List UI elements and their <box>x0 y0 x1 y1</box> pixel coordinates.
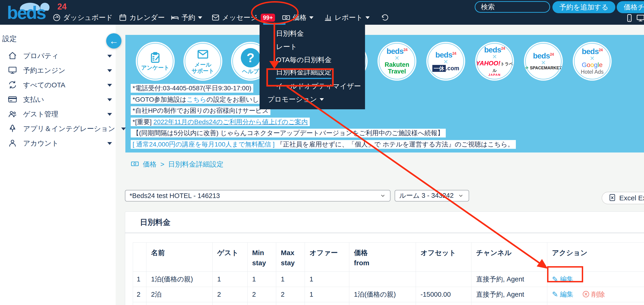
cell-channel: 直接予約, Agent <box>472 272 547 287</box>
cell-max-stay: 2 <box>276 287 305 302</box>
nav-item-2[interactable]: 予約 <box>171 13 202 22</box>
price-menu-item-0[interactable]: 日別料金 <box>260 27 365 40</box>
partner-circle-2[interactable]: beds24✕YAHOO!トラベルJAPAN <box>475 42 514 81</box>
sidebar-item-label: アカウント <box>23 139 59 148</box>
search-input[interactable] <box>475 1 550 13</box>
sidebar-item-0[interactable]: プロパティ <box>0 49 116 63</box>
delete-label: 削除 <box>592 290 605 299</box>
caret-down-icon <box>198 16 202 19</box>
sidebar-item-1[interactable]: 予約エンジン <box>0 63 116 78</box>
support-circle-label: ヘルプ <box>242 68 259 75</box>
notice-text: の設定をお願いしま <box>206 96 266 103</box>
sidebar-item-label: 予約エンジン <box>23 66 66 75</box>
caret-down-icon <box>366 16 370 19</box>
cell-min-stay: 3 <box>248 302 276 305</box>
rocket-icon <box>8 124 17 134</box>
partner-circle-3[interactable]: beds24✕❖ SPACEMARKET <box>524 42 563 81</box>
notice-text: 【(同期間隔は5分以内に改善) じゃらんコネクターアップデートバージョンをご利用… <box>132 129 444 137</box>
sidebar-items: プロパティ予約エンジンすべてのOTA支払いゲスト管理アプリ＆インテグレーションア… <box>0 49 116 151</box>
nav-item-label: カレンダー <box>129 13 165 22</box>
sidebar-item-label: アプリ＆インテグレーション <box>23 124 115 134</box>
cell-actions: ✎編集 <box>547 272 644 287</box>
cell-actions: ✎編集削除 <box>547 302 644 305</box>
nav-item-0[interactable]: ダッシュボード <box>52 13 113 22</box>
price-menu-item-3[interactable]: 日別料金詳細設定 <box>260 66 365 80</box>
caret-down-icon <box>107 142 112 145</box>
cell-actions: ✎編集削除 <box>547 287 644 302</box>
menu-item-label: プロモーション <box>268 95 317 104</box>
notice-line-4: 【(同期間隔は5分以内に改善) じゃらんコネクターアップデートバージョンをご利用… <box>131 129 446 137</box>
breadcrumb-section[interactable]: 価格 <box>143 160 156 169</box>
cell-offset <box>416 272 472 287</box>
sidebar-item-3[interactable]: 支払い <box>0 92 116 107</box>
sidebar-item-4[interactable]: ゲスト管理 <box>0 107 116 122</box>
table-row-1: 22泊22211泊(価格の親)-15000.00直接予約, Agent✎編集削除 <box>133 287 644 302</box>
nav-item-4[interactable]: 価格 <box>282 13 314 22</box>
cell-max-stay: 3 <box>276 302 305 305</box>
sidebar-title: 設定 <box>2 34 116 44</box>
delete-circle-icon <box>582 290 590 299</box>
desktop-view-icon[interactable] <box>636 13 644 23</box>
sidebar-item-label: ゲスト管理 <box>23 109 58 119</box>
notice-text[interactable]: こちら <box>187 96 206 103</box>
caret-down-icon <box>320 98 324 101</box>
delete-button[interactable]: 削除 <box>582 290 605 299</box>
notice-text[interactable]: [ 通常24,000円の講座を毎月100人まで無料配信 ] <box>132 141 276 148</box>
cell-price-from: 1泊(価格の親) <box>349 302 416 305</box>
beds24-mini-logo: beds24 <box>435 51 456 59</box>
excel-file-icon <box>608 193 616 203</box>
column-header-2: ゲスト <box>212 243 248 272</box>
notice-line-5: [ 通常24,000円の講座を毎月100人まで無料配信 ] 『正社員を雇用せずに… <box>131 140 516 149</box>
notice-text: *[重要] <box>132 118 153 125</box>
price-menu-item-2[interactable]: OTA毎の日別料金 <box>260 53 365 66</box>
room-select-value: ルーム 3 - 343242 <box>399 191 454 200</box>
price-menu-item-5[interactable]: プロモーション <box>260 93 365 106</box>
beds24-app: beds 24 ダッシュボードカレンダー予約メッセージ99+価格レポート 予約を… <box>0 0 644 305</box>
sync-icon <box>8 80 17 90</box>
nav-item-1[interactable]: カレンダー <box>119 13 165 22</box>
sidebar-item-2[interactable]: すべてのOTA <box>0 78 116 92</box>
cell-guests: 3 <box>212 302 248 305</box>
support-circle-1[interactable]: メール サポート <box>184 42 222 81</box>
add-booking-button[interactable]: 予約を追加する <box>552 1 615 13</box>
breadcrumb-page: 日別料金詳細設定 <box>168 160 224 169</box>
cell-offer: 1 <box>305 302 349 305</box>
daily-prices-card: 日別料金 名前ゲストMin stayMax stayオファー価格 fromオフセ… <box>125 211 644 305</box>
menu-item-label: 日別料金 <box>276 29 304 38</box>
price-menu-item-1[interactable]: レート <box>260 40 365 53</box>
caret-down-icon <box>107 55 112 57</box>
notice-text: 『正社員を雇用せずに、「個人」で ホテルを運営する方法』のご視聴はこちら。 <box>276 141 514 148</box>
nav-item-6[interactable] <box>381 13 389 22</box>
nav-item-5[interactable]: レポート <box>324 13 370 22</box>
menu-item-label: イールドオプティマイザー <box>276 82 361 91</box>
caret-down-icon <box>107 84 112 87</box>
notice-text: *電話受付:03-4405-0587(平日9:30-17:00) <box>132 85 252 92</box>
cell-channel: 直接予約, Agent <box>472 287 547 302</box>
partner-circle-1[interactable]: beds24✕一休.com <box>426 42 465 81</box>
edit-button[interactable]: ✎編集 <box>552 275 574 284</box>
nav-item-label: 予約 <box>181 13 195 22</box>
hotel-select[interactable]: *Beds24 test HOTEL - 146213 <box>125 190 390 202</box>
caret-down-icon <box>107 69 112 72</box>
caret-down-icon <box>309 16 314 19</box>
partner-circle-4[interactable]: beds24✕GoogleHotel Ads <box>573 42 612 81</box>
money-icon <box>131 159 139 169</box>
nav-item-3[interactable]: メッセージ99+ <box>212 13 275 22</box>
pencil-icon: ✎ <box>552 290 558 299</box>
cell-min-stay: 1 <box>248 272 276 287</box>
price-checker-button[interactable]: 価格チェッ <box>617 1 644 13</box>
mobile-view-icon[interactable] <box>625 13 634 23</box>
room-select[interactable]: ルーム 3 - 343242 <box>395 190 469 202</box>
excel-export-button[interactable]: Excel Export <box>602 192 644 204</box>
cell-max-stay: 1 <box>276 272 305 287</box>
partner-circle-0[interactable]: beds24✕RakutenTravel <box>378 42 416 81</box>
notice-text[interactable]: 2022年11月のBeds24のご利用分から値上げのご案内 <box>153 118 308 125</box>
table-row-0: 11泊(価格の親)1111直接予約, Agent✎編集 <box>133 272 644 287</box>
unread-count-badge: 99+ <box>261 14 275 22</box>
edit-button[interactable]: ✎編集 <box>552 290 574 299</box>
sidebar-item-5[interactable]: アプリ＆インテグレーション <box>0 122 116 136</box>
sidebar-item-6[interactable]: アカウント <box>0 136 116 151</box>
sidebar-collapse-button[interactable]: ← <box>106 33 122 48</box>
support-circle-0[interactable]: アンケート <box>136 42 175 81</box>
price-menu-item-4[interactable]: イールドオプティマイザー <box>260 80 365 93</box>
